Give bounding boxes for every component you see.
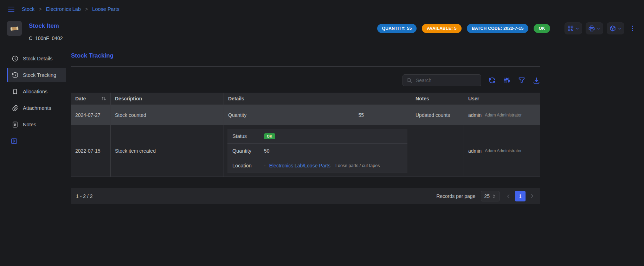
- sidebar-collapse-icon: [11, 138, 18, 145]
- user-fullname: Adam Administrator: [485, 148, 522, 153]
- date-cell: 2024-07-27: [71, 105, 111, 125]
- content: Stock Details Stock Tracking Allocations…: [0, 47, 644, 254]
- username: admin: [468, 112, 482, 118]
- date-value: 2022-07-15: [75, 148, 101, 154]
- user-cell: admin Adam Administrator: [464, 125, 540, 177]
- pagination: 1: [505, 191, 535, 201]
- table-row[interactable]: 2022-07-15 Stock item created Status OK …: [71, 125, 540, 177]
- column-label: Details: [228, 96, 244, 101]
- sidebar-item-stock-tracking[interactable]: Stock Tracking: [7, 68, 66, 82]
- location-dash: -: [264, 163, 266, 168]
- sidebar-item-stock-details[interactable]: Stock Details: [7, 52, 66, 66]
- note-icon: [12, 121, 19, 128]
- breadcrumb-separator: >: [39, 6, 41, 12]
- column-header-details: Details: [224, 93, 411, 105]
- detail-key: Location: [232, 163, 264, 168]
- previous-page-button[interactable]: [505, 193, 511, 199]
- sidebar-item-label: Allocations: [23, 89, 47, 94]
- details-cell: Quantity 55: [224, 105, 411, 125]
- action-buttons: [565, 22, 637, 34]
- location-link[interactable]: Electronics Lab/Loose Parts: [269, 163, 330, 168]
- history-icon: [12, 72, 19, 79]
- status-badge: OK: [534, 24, 550, 33]
- location-description: Loose parts / cut tapes: [335, 163, 380, 168]
- more-actions-button[interactable]: [628, 25, 637, 32]
- details-cell: Status OK Quantity 50 Location - Electro…: [224, 125, 411, 177]
- column-header-date[interactable]: Date: [71, 93, 111, 105]
- chevron-down-icon: [596, 26, 601, 31]
- detail-key: Quantity: [228, 112, 246, 118]
- breadcrumb-separator: >: [85, 6, 88, 12]
- user-cell: admin Adam Administrator: [464, 105, 540, 125]
- bookmark-icon: [12, 88, 19, 95]
- description-cell: Stock counted: [111, 105, 224, 125]
- chevron-down-icon: [617, 26, 622, 31]
- download-button[interactable]: [533, 77, 540, 84]
- refresh-icon: [488, 77, 496, 84]
- column-header-description[interactable]: Description: [111, 93, 224, 105]
- detail-key: Status: [232, 133, 264, 139]
- detail-subrow-status: Status OK: [227, 129, 407, 144]
- sidebar: Stock Details Stock Tracking Allocations…: [7, 47, 66, 254]
- table-row[interactable]: 2024-07-27 Stock counted Quantity 55 Upd…: [71, 105, 540, 125]
- breadcrumb-link-stock[interactable]: Stock: [22, 6, 34, 12]
- sidebar-item-allocations[interactable]: Allocations: [7, 85, 66, 99]
- detail-key: Quantity: [232, 148, 264, 154]
- filter-button[interactable]: [518, 77, 526, 84]
- search-box: [402, 74, 481, 86]
- page-number-button[interactable]: 1: [515, 191, 526, 201]
- download-icon: [533, 77, 540, 84]
- stock-item-thumbnail[interactable]: [7, 21, 22, 36]
- stock-tracking-table: Date Description Details Notes User: [71, 93, 540, 204]
- detail-subrow-location: Location - Electronics Lab/Loose Parts L…: [227, 158, 407, 173]
- batch-code-badge: BATCH CODE: 2022-7-15: [467, 24, 528, 33]
- table-header-row: Date Description Details Notes User: [71, 93, 540, 105]
- status-ok-badge: OK: [264, 133, 275, 139]
- column-label: Date: [75, 96, 86, 101]
- sidebar-item-label: Stock Tracking: [23, 72, 56, 78]
- sidebar-item-attachments[interactable]: Attachments: [7, 101, 66, 115]
- adjustments-icon: [503, 77, 511, 84]
- column-header-user: User: [464, 93, 540, 105]
- sidebar-collapse-button[interactable]: [11, 138, 18, 145]
- detail-value: 55: [359, 112, 364, 118]
- records-per-page-label: Records per page: [436, 193, 475, 199]
- stock-actions-button[interactable]: [607, 22, 624, 34]
- column-header-notes: Notes: [411, 93, 464, 105]
- main-panel: Stock Tracking Dat: [71, 47, 540, 254]
- stock-item-name: C_100nF_0402: [29, 35, 63, 41]
- column-label: User: [468, 96, 479, 101]
- refresh-button[interactable]: [488, 77, 496, 84]
- page-header: Stock Item C_100nF_0402 QUANTITY: 55 AVA…: [0, 18, 644, 47]
- sidebar-item-label: Stock Details: [23, 56, 53, 61]
- menu-icon[interactable]: [7, 5, 15, 13]
- chevron-down-icon: [575, 26, 580, 31]
- topbar: Stock > Electronics Lab > Loose Parts: [0, 0, 644, 18]
- search-icon: [406, 78, 412, 84]
- printer-icon: [588, 25, 595, 32]
- panel-heading: Stock Tracking: [71, 52, 540, 59]
- sidebar-item-label: Attachments: [23, 105, 51, 111]
- search-input[interactable]: [415, 77, 477, 84]
- chevron-right-icon: [529, 193, 535, 199]
- breadcrumb-link-loose-parts[interactable]: Loose Parts: [92, 6, 119, 12]
- description-cell: Stock item created: [111, 125, 224, 177]
- chevron-left-icon: [505, 193, 511, 199]
- paperclip-icon: [12, 105, 19, 112]
- table-options-button[interactable]: [503, 77, 511, 84]
- selector-icon: [491, 194, 496, 199]
- breadcrumb: Stock > Electronics Lab > Loose Parts: [22, 6, 120, 12]
- description-value: Stock counted: [115, 112, 146, 118]
- records-per-page-select[interactable]: 25: [481, 191, 500, 201]
- table-footer: 1 - 2 / 2 Records per page 25 1: [71, 188, 540, 204]
- notes-value: Updated counts: [416, 112, 450, 118]
- sidebar-item-notes[interactable]: Notes: [7, 118, 66, 132]
- print-actions-button[interactable]: [586, 22, 603, 34]
- record-range: 1 - 2 / 2: [76, 193, 92, 199]
- page-title: Stock Item: [29, 22, 63, 29]
- breadcrumb-link-electronics-lab[interactable]: Electronics Lab: [46, 6, 81, 12]
- next-page-button[interactable]: [529, 193, 535, 199]
- heading-divider: [71, 66, 540, 67]
- notes-cell: [411, 125, 464, 177]
- barcode-actions-button[interactable]: [565, 22, 582, 34]
